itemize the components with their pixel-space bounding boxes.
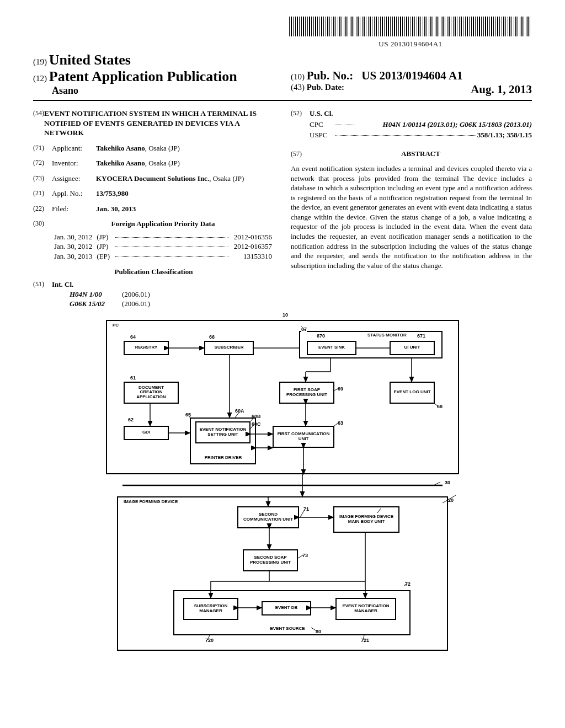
country-name: United States (49, 52, 131, 68)
appl-no-value: 13/753,980 (96, 189, 129, 197)
priority-num: 2012-016356 (232, 232, 274, 242)
code-12: (12) (33, 74, 47, 83)
doc-creation-box: DOCUMENT CREATION APPLICATION (124, 382, 179, 404)
priority-date: Jan. 30, 2013 (52, 251, 94, 261)
pc-box: PC STATUS MONITOR 64 REGISTRY 66 SUBSCRI… (106, 320, 459, 474)
status-monitor-label: STATUS MONITOR (365, 332, 409, 339)
event-log-box: EVENT LOG UNIT (390, 382, 435, 404)
event-source-label: EVENT SOURCE (263, 625, 312, 633)
ref-60A: 60A (235, 408, 244, 414)
code-51: (51) (33, 280, 52, 309)
uspc-value: 358/1.13; 358/1.15 (477, 131, 532, 139)
intcl-symbol: H04N 1/00 (52, 290, 122, 299)
applicant-loc: , Osaka (JP) (145, 144, 180, 152)
invention-title: EVENT NOTIFICATION SYSTEM IN WHICH A TER… (44, 109, 274, 138)
assignee-loc: , Osaka (JP) (209, 174, 244, 183)
assignee-label: Assignee: (52, 174, 96, 184)
second-soap-box: SECOND SOAP PROCESSING UNIT (243, 549, 298, 571)
event-notif-mgr-box: EVENT NOTIFICATION MANAGER (335, 598, 396, 620)
code-71: (71) (33, 143, 52, 153)
ref-67: 67 (301, 326, 307, 332)
priority-table: Jan. 30, 2012 (JP) 2012-016356 Jan. 30, … (52, 232, 274, 261)
code-52: (52) (291, 109, 310, 119)
ref-66: 66 (209, 334, 215, 340)
priority-num: 2012-016357 (232, 242, 274, 251)
intcl-symbol: G06K 15/02 (52, 299, 122, 309)
table-row: Jan. 30, 2012 (JP) 2012-016356 (52, 232, 274, 242)
registry-box: REGISTRY (124, 341, 169, 355)
assignee-name: KYOCERA Document Solutions Inc. (96, 174, 209, 183)
priority-num: 13153310 (232, 251, 274, 261)
ref-671: 671 (417, 333, 425, 339)
uspc-label: USPC (310, 130, 334, 140)
event-sink-box: EVENT SINK (307, 341, 356, 355)
ref-73: 73 (302, 553, 308, 558)
filed-value: Jan. 30, 2013 (96, 205, 136, 213)
priority-country: (EP) (94, 251, 112, 261)
intcl-version: (2006.01) (122, 299, 150, 309)
ref-721: 721 (361, 638, 369, 643)
priority-date: Jan. 30, 2012 (52, 242, 94, 251)
gdi-box: GDI (124, 426, 169, 440)
ref-10: 10 (282, 312, 288, 318)
ref-720: 720 (205, 638, 214, 643)
first-comm-box: FIRST COMMUNICATION UNIT (273, 426, 334, 448)
intcl-label: Int. Cl. (52, 280, 73, 288)
priority-date: Jan. 30, 2012 (52, 232, 94, 242)
ref-30: 30 (445, 480, 450, 485)
ref-71: 71 (303, 506, 309, 512)
ref-68: 68 (437, 404, 443, 409)
code-19: (19) (33, 57, 47, 66)
barcode-area: US 20130194604A1 (33, 17, 532, 49)
code-10: (10) (291, 72, 305, 81)
uscl-label: U.S. Cl. (310, 109, 333, 117)
pub-date-value: Aug. 1, 2013 (471, 83, 532, 97)
code-21: (21) (33, 189, 52, 199)
barcode-label: US 20130194604A1 (379, 40, 442, 48)
ifd-title: IMAGE FORMING DEVICE (121, 499, 182, 506)
priority-heading: Foreign Application Priority Data (52, 219, 274, 229)
ref-72: 72 (405, 581, 411, 587)
author-surname: Asano (33, 85, 274, 97)
inventor-loc: , Osaka (JP) (145, 159, 180, 167)
subscriber-box: SUBSCRIBER (204, 341, 254, 355)
code-22: (22) (33, 204, 52, 214)
cpc-label: CPC (310, 120, 334, 130)
ref-63: 63 (338, 420, 343, 426)
barcode-bars (289, 17, 532, 36)
applicant-label: Applicant: (52, 143, 96, 153)
first-soap-box: FIRST SOAP PROCESSING UNIT (279, 382, 334, 404)
ref-20: 20 (448, 497, 454, 503)
ref-61: 61 (130, 375, 136, 381)
document-type: Patent Application Publication (49, 68, 237, 84)
code-43: (43) (291, 83, 305, 92)
pub-no-value: US 2013/0194604 A1 (361, 69, 462, 82)
abstract-heading: ABSTRACT (310, 149, 532, 159)
priority-country: (JP) (94, 232, 112, 242)
subscription-mgr-box: SUBSCRIPTION MANAGER (183, 598, 238, 620)
filed-label: Filed: (52, 204, 96, 214)
pub-date-label: Pub. Date: (307, 83, 344, 92)
code-54: (54) (33, 109, 44, 138)
ref-64: 64 (130, 334, 136, 340)
figure-diagram: 10 PC STATUS MONITOR 64 REGISTRY 66 SUBS… (106, 320, 459, 651)
code-57: (57) (291, 149, 310, 158)
ifd-main-box: IMAGE FORMING DEVICE MAIN BODY UNIT (333, 506, 399, 533)
table-row: Jan. 30, 2012 (JP) 2012-016357 (52, 242, 274, 251)
pub-classification-heading: Publication Classification (33, 267, 274, 277)
event-notif-setting-box: EVENT NOTIFICATION SETTING UNIT (195, 421, 250, 443)
pc-title: PC (110, 322, 121, 329)
table-row: Jan. 30, 2013 (EP) 13153310 (52, 251, 274, 261)
priority-country: (JP) (94, 242, 112, 251)
ui-unit-box: UI UNIT (390, 341, 435, 355)
code-73: (73) (33, 174, 52, 184)
applicant-name: Takehiko Asano (96, 144, 145, 152)
ref-65: 65 (185, 412, 191, 417)
ref-670: 670 (317, 333, 325, 339)
intcl-version: (2006.01) (122, 290, 150, 299)
image-forming-device-box: IMAGE FORMING DEVICE 71 SECOND COMMUNICA… (117, 496, 448, 651)
event-db-box: EVENT DB (262, 601, 311, 615)
code-30: (30) (33, 219, 52, 229)
second-comm-box: SECOND COMMUNICATION UNIT (237, 506, 299, 528)
divider (33, 100, 532, 101)
